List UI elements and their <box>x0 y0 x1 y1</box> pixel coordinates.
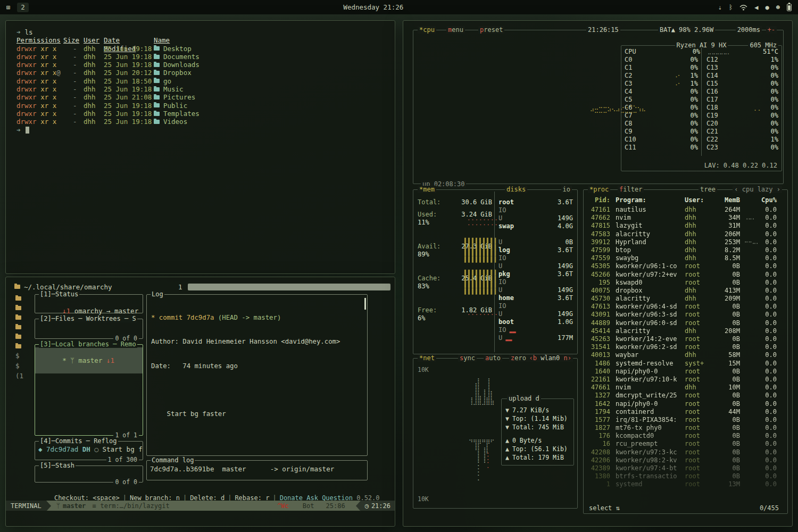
mem-stats: Total:30.6 GiB Used:3.24 GiB 11% Avail:2… <box>418 198 492 338</box>
process-row[interactable]: 47661 nvim dhh 10M 0.0 <box>587 384 783 392</box>
file-row: drwxr xr x@ - dhh 25 Jun 20:12 Dropbox <box>16 69 395 77</box>
mem-item: Cache:25.4 GiB 83% <box>418 275 492 306</box>
preset-button[interactable]: preset <box>478 26 504 34</box>
clock: Wednesday 21:26 <box>343 3 403 11</box>
process-row[interactable]: 47613 kworker/u96:4-sd root 0B 0.0 <box>587 303 783 311</box>
terminal-output: ➜ ls Permissions Size User Date Modified… <box>6 21 395 134</box>
process-row[interactable]: 42208 kworker/u97:3-kc root 0B 0.0 <box>587 448 783 456</box>
process-row[interactable]: 1640 napi/phy0-0 root 0B 0.0 <box>587 368 783 376</box>
process-row[interactable]: 47161 nautilus dhh 264M 0.0 <box>587 206 783 214</box>
tree-toggle[interactable]: tree <box>699 186 717 193</box>
column-divider <box>494 192 495 352</box>
volume-icon[interactable]: ◀ <box>754 4 758 11</box>
process-row[interactable]: 1794 containerd root 44M 0.0 <box>587 408 783 416</box>
process-row[interactable]: 195 kswapd0 root 0B 0.0 <box>587 279 783 287</box>
cpu-box[interactable]: *cpu menu preset 21:26:15 BAT▲ 98% 2.96W… <box>413 30 784 184</box>
process-row[interactable]: 1 systemd root 13M 0.0 <box>587 480 783 488</box>
folder-icon <box>15 315 21 320</box>
filter-button[interactable]: filter <box>618 186 644 193</box>
process-row[interactable]: 1486 systemd-resolve syst+ 15M 0.0 <box>587 360 783 368</box>
bluetooth-icon[interactable]: ᛒ <box>729 4 733 11</box>
sort-mode-switch[interactable]: ‹ cpu lazy › <box>733 186 782 193</box>
cursor-position: 25:86 <box>326 502 345 510</box>
process-row[interactable]: 47599 btop dhh 8.2M 0.0 <box>587 246 783 254</box>
sync-button[interactable]: sync <box>458 354 477 362</box>
downloads-icon <box>154 63 160 67</box>
process-row[interactable]: 44889 kworker/u96:0-sd root 0B 0.0 <box>587 319 783 327</box>
dropbox-icon <box>154 71 160 75</box>
workspace-indicator[interactable]: 2 <box>17 3 29 12</box>
process-row[interactable]: 1380 btrfs-transactio root 0B 0.0 <box>587 472 783 480</box>
process-row[interactable]: 47815 lazygit dhh 31M 0.0 <box>587 222 783 230</box>
wifi-icon[interactable] <box>739 4 747 11</box>
process-row[interactable]: 40075 dropbox dhh 413M 0.0 <box>587 287 783 295</box>
up-arrow-icon: ▲ <box>505 453 509 462</box>
net-box[interactable]: *net sync auto zero ‹b wlan0 n› 10K 10K … <box>413 358 578 509</box>
process-row[interactable]: 45414 alacritty dhh 208M 0.0 <box>587 327 783 335</box>
process-row[interactable]: 45305 kworker/u96:1-co root 0B 0.0 <box>587 262 783 270</box>
command-log-panel[interactable]: Command log 7dc9d7a..b3691be master -> o… <box>146 460 368 480</box>
select-hint[interactable]: select ⇅ <box>589 504 620 512</box>
process-row[interactable]: 47583 alacritty dhh 206M 0.0 <box>587 230 783 238</box>
disk-entry: swap4.0G U0B <box>498 222 573 246</box>
process-row[interactable]: 176 kcompactd0 root 0B 0.0 <box>587 432 783 440</box>
apps-icon[interactable]: ⊞ <box>6 4 10 11</box>
process-row[interactable]: 1827 mt76-tx phy0 root 0B 0.0 <box>587 424 783 432</box>
down-arrow-icon: ▼ <box>505 406 509 414</box>
stash-panel[interactable]: [5]─Stash 0 of 0 <box>35 466 143 483</box>
process-row[interactable]: 42389 kworker/u97:4-bt root 0B 0.0 <box>587 464 783 472</box>
tab-cwd[interactable]: ~/.local/share/omarchy <box>14 283 178 291</box>
menu-button[interactable]: menu <box>446 26 465 34</box>
process-row[interactable]: 47559 swaybg dhh 8.5M 0.0 <box>587 254 783 262</box>
process-row[interactable]: 39912 Hyprland dhh 253M ⠒⠒⠤⠄ 0.0 <box>587 238 783 246</box>
folder-icon <box>15 296 21 301</box>
core-row: C16 0% <box>704 88 780 96</box>
branches-panel[interactable]: [3]─Local branches ─ Remo * ᛘ master ↓1 … <box>35 344 143 436</box>
process-row[interactable]: 47662 nvim dhh 34M ⠠⠤⠄ 0.0 <box>587 214 783 222</box>
process-row[interactable]: 31541 kworker/u96:2-sd root 0B 0.0 <box>587 343 783 351</box>
log-panel[interactable]: Log * commit 7dc9d7a (HEAD -> master) Au… <box>146 294 368 456</box>
status-panel[interactable]: [1]─Status ↓1 omarchy → master <box>35 294 143 313</box>
interval-buttons[interactable]: +- <box>766 26 777 34</box>
net-box-title: *net <box>418 354 436 362</box>
clock-icon: ◷ <box>365 502 369 510</box>
update-interval: 2000ms <box>736 26 762 34</box>
updates-icon[interactable]: ⇣ <box>718 4 722 11</box>
pending-command: ^Wc <box>277 502 289 510</box>
load-average: LAV: 0.48 0.22 0.12 <box>704 162 777 169</box>
disk-entry: root3.6T IO U149G <box>498 198 573 222</box>
proc-box[interactable]: *proc filter tree ‹ cpu lazy › Pid: Prog… <box>583 189 788 514</box>
process-row[interactable]: 1327 dmcrypt_write/25 root 0B 0.0 <box>587 392 783 400</box>
process-row[interactable]: 45263 kworker/14:2-eve root 0B 0.0 <box>587 335 783 343</box>
powerline-separator <box>46 501 51 511</box>
auto-button[interactable]: auto <box>484 354 502 362</box>
battery-icon[interactable] <box>787 4 792 11</box>
user-icon[interactable]: ☻ <box>776 4 780 11</box>
terminal-cursor[interactable] <box>26 127 29 134</box>
dnd-icon[interactable]: ● <box>766 4 769 11</box>
ls-header: Permissions Size User Date Modified Name <box>16 36 395 44</box>
scrollbar[interactable] <box>364 298 366 310</box>
commits-panel[interactable]: [4]─Commits ─ Reflog ◆ 7dc9d7ad DH ◯ Sta… <box>35 441 143 460</box>
process-row[interactable]: 16 rcu_preempt root 0B 0.0 <box>587 440 783 448</box>
tab-number[interactable]: 1 <box>178 283 182 291</box>
net-interface-switch[interactable]: ‹b wlan0 n› <box>528 354 573 362</box>
process-row[interactable]: 45266 kworker/u97:2+ev root 0B 0.0 <box>587 271 783 279</box>
process-row[interactable]: 40013 waybar dhh 58M 0.0 <box>587 351 783 359</box>
process-row[interactable]: 1577 irq/81-PIXA3854: root 0B 0.0 <box>587 416 783 424</box>
core-row: C12 1% <box>704 56 780 64</box>
process-row[interactable]: 43091 kworker/u96:3-sd root 0B 0.0 <box>587 311 783 319</box>
branch-row-selected[interactable]: * ᛘ master ↓1 <box>35 347 143 373</box>
column-divider <box>701 47 702 156</box>
files-panel[interactable]: [2]─Files ─ Worktrees ─ S 0 of 0 <box>35 319 143 339</box>
process-row[interactable]: 1642 napi/phy0-0 root 0B 0.0 <box>587 400 783 408</box>
process-row[interactable]: 22161 kworker/u97:10-k root 0B 0.0 <box>587 376 783 384</box>
process-row[interactable]: 45730 alacritty dhh 209M 0.0 <box>587 295 783 303</box>
mem-box[interactable]: *mem Total:30.6 GiB Used:3.24 GiB 11% Av… <box>413 189 578 354</box>
process-row[interactable]: 42206 kworker/u98:2-kv root 0B 0.0 <box>587 456 783 464</box>
core-row: C20 0% <box>704 120 780 128</box>
battery-status: BAT▲ 98% 2.96W <box>658 26 715 34</box>
zero-button[interactable]: zero <box>509 354 528 362</box>
core-row: C14 0% <box>704 72 780 80</box>
io-toggle[interactable]: io <box>561 186 572 193</box>
